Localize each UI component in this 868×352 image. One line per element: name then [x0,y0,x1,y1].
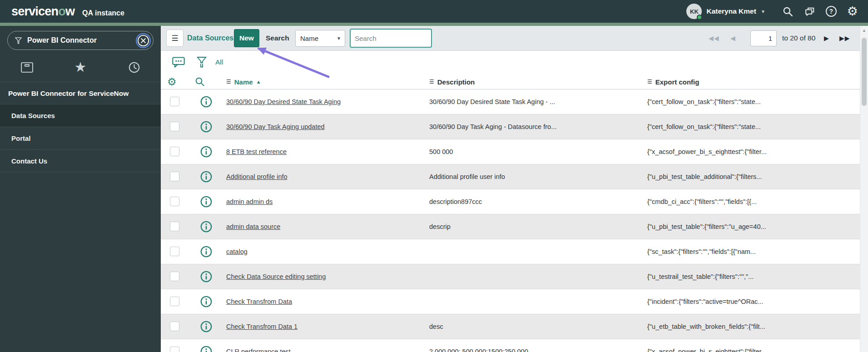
record-description: 30/60/90 Day Desired State Task Aging - … [429,98,555,105]
record-info-icon[interactable] [200,120,213,133]
record-name-link[interactable]: admin admin ds [226,198,273,205]
presence-indicator [697,15,702,20]
record-export-config: {"cert_follow_on_task":{"filters":"state… [647,123,761,130]
table-row: Check Transfrom Data {"incident":{"filte… [161,289,860,314]
column-header-export-config[interactable]: ☰ Export config [647,74,699,89]
record-info-icon[interactable] [200,220,213,233]
sidebar-item-portal[interactable]: Portal [0,127,161,149]
navigator-tabs: ★ [0,55,161,79]
record-info-icon[interactable] [200,145,213,158]
record-export-config: {"x_acsof_power_bi_s_eighttest":{"filter… [647,348,767,352]
record-description: Additional profile user info [429,173,505,180]
list-context-menu-button[interactable]: ☰ [166,30,184,47]
record-export-config: {"u_etb_table_with_broken_fields":{"filt… [647,323,765,330]
search-icon[interactable] [782,6,794,17]
avatar[interactable]: KK [686,4,702,19]
next-page-button[interactable]: ▶ [824,26,829,50]
favorites-star-icon[interactable]: ★ [74,60,87,74]
record-description: descrip [429,223,451,230]
user-menu[interactable]: KK Kateryna Kmet ▼ [686,4,765,19]
column-label-name: Name [234,78,253,86]
list-filter-funnel-icon[interactable] [196,56,207,69]
search-column-select[interactable]: Name ▼ [295,30,345,47]
record-info-icon[interactable] [200,195,213,208]
record-export-config: {"incident":{"filters":"active=true^ORac… [647,298,763,305]
record-description: 30/60/90 Day Task Aging - Datasource fro… [429,123,556,130]
app-menu-title[interactable]: Power BI Connector for ServiceNow [0,82,161,104]
last-page-button[interactable]: ▶▶ [839,26,850,50]
search-label: Search [266,26,289,50]
record-name-link[interactable]: Additional profile info [226,173,288,180]
sidebar-item-data-sources[interactable]: Data Sources [0,104,161,127]
row-checkbox[interactable] [170,347,179,352]
row-checkbox[interactable] [170,97,179,106]
record-info-icon[interactable] [200,270,213,283]
scrollbar-up-icon[interactable]: ▲ [860,26,868,35]
settings-gear-icon[interactable]: ⚙ [847,5,858,18]
logo-text-end: w [65,5,74,18]
row-checkbox[interactable] [170,222,179,231]
scrollbar-thumb[interactable] [862,38,867,106]
page-number-input[interactable] [750,30,777,46]
record-info-icon[interactable] [200,95,213,108]
record-name-link[interactable]: Check Data Source editing setting [226,273,326,280]
record-name-link[interactable]: admin data source [226,223,280,230]
record-name-link[interactable]: Check Transfrom Data 1 [226,323,298,330]
row-checkbox[interactable] [170,122,179,131]
row-checkbox[interactable] [170,297,179,306]
record-info-icon[interactable] [200,170,213,183]
row-checkbox[interactable] [170,322,179,331]
list-personalize-gear-icon[interactable]: ⚙ [167,75,177,88]
column-header-description[interactable]: ☰ Description [429,74,475,89]
navigator-filter-input[interactable] [27,36,132,45]
record-info-icon[interactable] [200,245,213,258]
sidebar-item-contact-us[interactable]: Contact Us [0,149,161,172]
list-search-input[interactable] [350,29,432,48]
record-export-config: {"cmdb_ci_acc":{"filters":"","fields":[{… [647,198,757,205]
list-title[interactable]: Data Sources [187,26,233,50]
column-header-name[interactable]: ☰ Name ▲ [226,74,261,89]
avatar-initials: KK [690,8,699,15]
help-icon[interactable]: ? [826,6,837,17]
row-checkbox[interactable] [170,247,179,256]
vertical-scrollbar[interactable]: ▲ [860,26,868,352]
filter-funnel-icon [14,36,23,45]
select-caret-icon: ▼ [337,36,341,41]
record-description: 2 000 000; 500 000;1500;250 000 [429,348,528,352]
table-header-row: ⚙ ☰ Name ▲ ☰ Description ☰ Export config [161,74,860,89]
record-info-icon[interactable] [200,295,213,308]
record-info-icon[interactable] [200,320,213,333]
record-name-link[interactable]: catalog [226,248,248,255]
list-chat-icon[interactable] [172,56,185,69]
first-page-button[interactable]: ◀◀ [709,26,719,50]
previous-page-button[interactable]: ◀ [730,26,736,50]
record-name-link[interactable]: 30/60/90 Day Task Aging updated [226,123,325,130]
row-checkbox[interactable] [170,197,179,206]
record-info-icon[interactable] [200,345,213,352]
record-name-link[interactable]: Check Transfrom Data [226,298,292,305]
servicenow-logo: servicenow [11,5,74,19]
sort-ascending-icon: ▲ [256,79,261,84]
column-menu-icon: ☰ [226,79,231,85]
logo-o-mark: o [58,5,65,18]
clear-filter-button[interactable] [137,34,150,47]
list-content-area: ☰ Data Sources New Search Name ▼ ◀◀ ◀ to… [161,26,860,352]
record-name-link[interactable]: 8 ETB test reference [226,148,287,155]
column-search-icon[interactable] [194,76,205,87]
record-export-config: {"u_pbi_test_table":{"filters":"u_age=40… [647,223,766,230]
all-applications-icon[interactable] [20,60,34,74]
row-checkbox[interactable] [170,172,179,181]
row-checkbox[interactable] [170,147,179,156]
list-toolbar: ☰ Data Sources New Search Name ▼ ◀◀ ◀ to… [161,26,860,51]
new-record-button[interactable]: New [234,29,259,47]
column-menu-icon: ☰ [647,79,652,85]
record-name-link[interactable]: 30/60/90 Day Desired State Task Aging [226,98,341,105]
record-name-link[interactable]: CLR performance test [226,348,291,352]
chat-icon[interactable] [804,6,815,17]
row-checkbox[interactable] [170,272,179,281]
filter-scope-all-link[interactable]: All [215,56,223,69]
record-export-config: {"sc_task":{"filters":"","fields":[{"nam… [647,248,756,255]
history-clock-icon[interactable] [127,60,141,74]
header-controls: KK Kateryna Kmet ▼ ? ⚙ [686,4,858,19]
record-description: desc [429,323,443,330]
